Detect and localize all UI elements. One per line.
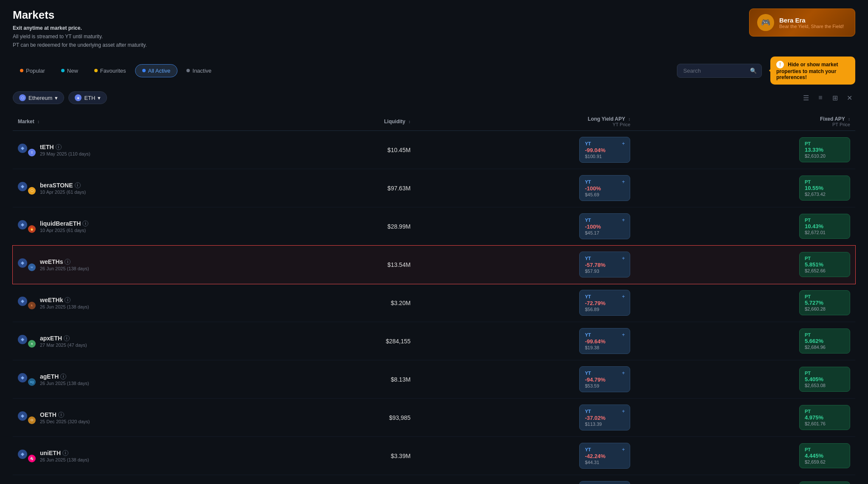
yt-cell: YT + -94.79% $53.59 [421,366,631,392]
yt-label: YT [585,179,591,184]
pt-price: $2,653.08 [805,383,845,388]
info-icon[interactable]: i [75,182,81,188]
yt-cell: YT + -99.04% $100.91 [421,137,631,163]
pt-badge[interactable]: PT 4.38% $2,666.57 [799,481,850,484]
table-row[interactable]: ◈ O OETH i 25 Dec 2025 (320 days) $93,98… [13,399,855,437]
tab-favourites[interactable]: Favourites [87,64,133,77]
info-icon[interactable]: i [62,450,68,456]
yt-badge[interactable]: YT + -100% $45.69 [579,175,630,201]
yt-cell: YT + -100% $45.17 [421,213,631,239]
fixed-apy-sort-icon[interactable]: ↕ [848,117,850,122]
yt-badge[interactable]: YT + -42.24% $44.31 [579,443,630,469]
yt-cell: YT + -99.64% $19.38 [421,328,631,354]
long-yield-sort-icon[interactable]: ↕ [628,117,630,122]
yt-badge[interactable]: YT + -99.64% $19.38 [579,328,630,354]
table-row[interactable]: ◈ 🦄 uniETH i 26 Jun 2025 (138 days) $3.3… [13,437,855,475]
pt-badge[interactable]: PT 5.662% $2,684.96 [799,328,850,354]
market-icon-sub: 🔥 [28,225,36,233]
yt-badge[interactable]: YT + -98.49% $43.79 [579,481,630,484]
table-row[interactable]: ◈ w weETHs i 26 Jun 2025 (138 days) $13.… [13,246,855,284]
compact-list-view-button[interactable]: ≡ [814,92,826,104]
pt-badge[interactable]: PT 4.975% $2,601.76 [799,405,850,430]
pt-label: PT [805,256,845,261]
info-icon[interactable]: i [65,297,70,303]
new-dot [61,69,65,72]
market-info: beraSTONE i 10 Apr 2025 (61 days) [40,182,86,195]
market-cell: ◈ O OETH i 25 Dec 2025 (320 days) [18,411,264,424]
market-cell: ◈ Ξ tETH i 29 May 2025 (110 days) [18,144,264,156]
table-row[interactable]: ◈ a apxETH i 27 Mar 2025 (47 days) $284,… [13,322,855,360]
yt-percentage: -94.79% [585,376,605,383]
market-info: weETHk i 26 Jun 2025 (138 days) [40,297,89,309]
table-row[interactable]: ◈ k weETHk i 26 Jun 2025 (138 days) $3.2… [13,284,855,322]
tabs-row: Popular New Favourites All Active Inacti… [13,57,855,85]
tab-popular[interactable]: Popular [13,64,52,77]
info-icon[interactable]: i [56,144,62,150]
pt-percentage: 5.405% [805,376,845,382]
yt-cell: YT + -98.49% $43.79 [421,481,631,484]
info-icon[interactable]: i [64,335,70,341]
market-icons: ◈ k [18,297,36,309]
table-row[interactable]: ◈ ag agETH i 26 Jun 2025 (138 days) $8.1… [13,360,855,399]
table-row[interactable]: ◈ ⬡ beraSTONE i 10 Apr 2025 (61 days) $9… [13,169,855,207]
pt-badge[interactable]: PT 5.727% $2,660.28 [799,290,850,315]
market-name: weETHs i [40,258,89,265]
liquidity-value: $13.54M [274,261,411,268]
pt-badge[interactable]: PT 13.33% $2,610.20 [799,137,850,162]
pt-percentage: 10.55% [805,185,845,191]
yt-percentage: -100% [585,224,601,230]
pt-badge[interactable]: PT 4.445% $2,659.62 [799,443,850,468]
tab-new[interactable]: New [54,64,85,77]
market-cell: ◈ 🔥 liquidBeraETH i 10 Apr 2025 (61 days… [18,220,264,233]
yt-badge[interactable]: YT + -72.79% $56.89 [579,290,630,316]
market-sort-icon[interactable]: ↕ [37,119,39,124]
table-row[interactable]: ◈ p pufETH i 26 Jun 2025 (138 days) $6.1… [13,475,855,484]
pt-badge[interactable]: PT 10.43% $2,672.01 [799,214,850,239]
page-title: Markets [13,8,147,22]
info-icon[interactable]: i [82,221,88,226]
market-icon-sub: O [28,416,36,424]
list-view-button[interactable]: ☰ [800,92,812,104]
pt-price: $2,659.62 [805,459,845,464]
yt-label: YT [585,294,591,299]
market-info: weETHs i 26 Jun 2025 (138 days) [40,258,89,271]
market-icon-sub: ⬡ [28,187,36,195]
table-row[interactable]: ◈ Ξ tETH i 29 May 2025 (110 days) $10.45… [13,131,855,169]
close-button[interactable]: ✕ [843,92,855,104]
yt-badge[interactable]: YT + -94.79% $53.59 [579,366,630,392]
yt-badge[interactable]: YT + -57.78% $57.93 [579,252,630,277]
tooltip-icon: ! [776,61,784,68]
yt-percentage: -99.04% [585,147,605,153]
yt-badge[interactable]: YT + -37.02% $113.39 [579,405,630,430]
pt-cell: PT 10.43% $2,672.01 [640,214,850,239]
info-icon[interactable]: i [60,374,66,379]
pt-cell: PT 5.851% $2,652.66 [640,252,850,277]
liquidity-sort-icon[interactable]: ↕ [409,119,411,124]
yt-badge[interactable]: YT + -99.04% $100.91 [579,137,630,163]
market-name: OETH i [40,411,90,418]
info-icon[interactable]: i [65,259,70,265]
yt-badge[interactable]: YT + -100% $45.17 [579,213,630,239]
pt-badge[interactable]: PT 5.851% $2,652.66 [799,252,850,277]
market-icons: ◈ 🔥 [18,220,36,233]
bera-era-banner[interactable]: 🎮 Bera Era Bear the Yield, Share the Fie… [749,8,855,37]
yt-plus-icon: + [622,332,625,338]
pt-badge[interactable]: PT 5.405% $2,653.08 [799,367,850,392]
search-input[interactable] [677,64,762,78]
chain-filter[interactable]: ⬡ Ethereum ▾ [13,91,64,104]
grid-view-button[interactable]: ⊞ [829,92,841,104]
market-name: uniETH i [40,450,89,456]
info-icon[interactable]: i [58,412,64,418]
market-cell: ◈ w weETHs i 26 Jun 2025 (138 days) [18,258,264,271]
pt-badge[interactable]: PT 10.55% $2,673.42 [799,175,850,201]
tab-inactive[interactable]: Inactive [179,64,219,77]
yt-plus-icon: + [622,255,625,261]
market-date: 10 Apr 2025 (61 days) [40,190,86,195]
asset-filter[interactable]: ◈ ETH ▾ [68,91,107,104]
pt-price: $2,601.76 [805,421,845,426]
pt-percentage: 5.851% [805,261,845,268]
table-row[interactable]: ◈ 🔥 liquidBeraETH i 10 Apr 2025 (61 days… [13,207,855,246]
tab-all-active[interactable]: All Active [135,64,178,77]
pt-percentage: 13.33% [805,147,845,153]
market-icon-main: ◈ [18,373,27,382]
